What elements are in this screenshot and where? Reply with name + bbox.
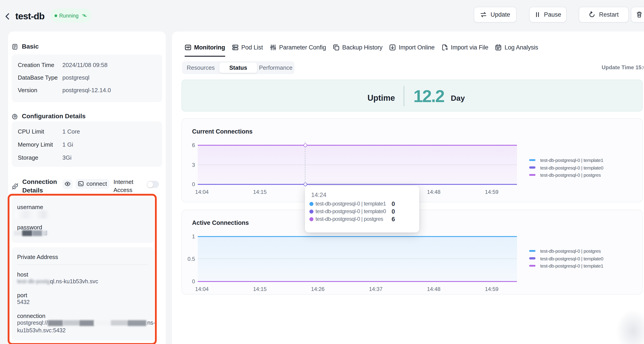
x-axis-label: 14:48: [427, 286, 440, 292]
tab-label: Import via File: [451, 44, 488, 51]
tooltip-row: test-db-postgresql-0 | template1 0: [309, 200, 413, 207]
uptime-divider: [404, 86, 404, 106]
log-analysis-icon: [495, 44, 502, 51]
kv-row: DataBase Type postgresql: [18, 74, 158, 81]
restart-label: Restart: [599, 11, 618, 18]
hover-dashed-line: [305, 142, 305, 184]
chart-title: Active Connections: [192, 219, 249, 226]
legend-swatch-icon: [529, 159, 535, 161]
document-icon: [12, 43, 18, 50]
back-button[interactable]: [3, 12, 12, 21]
x-axis-label: 14:37: [369, 286, 382, 292]
kv-label: DataBase Type: [18, 74, 62, 81]
kv-value: postgresql: [62, 74, 90, 81]
plug-icon: [12, 183, 18, 189]
connection-value-line1: postgresql:// ns-: [17, 320, 155, 326]
update-button[interactable]: Update: [474, 7, 516, 22]
kv-label: Storage: [18, 154, 62, 161]
status-badge[interactable]: Running: [50, 8, 92, 22]
pause-icon: [534, 12, 540, 17]
tab-pod-list[interactable]: Pod List: [232, 44, 263, 57]
delete-button[interactable]: Delete: [631, 7, 644, 22]
tooltip-series-name: test-db-postgresql-0 | template1: [316, 200, 386, 207]
toggle-knob: [147, 181, 153, 187]
connect-label: connect: [86, 180, 107, 187]
x-axis-label: 14:15: [253, 286, 266, 292]
tooltip-series-name: test-db-postgresql-0 | postgres: [316, 216, 383, 222]
kv-label: Creation Time: [18, 62, 62, 68]
uptime-label: Uptime: [368, 94, 395, 103]
legend-swatch-icon: [529, 257, 535, 259]
gear-icon: [12, 113, 18, 119]
legend-label: test-db-postgresql-0 | template0: [540, 165, 603, 170]
hover-marker-icon: [304, 144, 307, 147]
kv-value: 1 Core: [62, 128, 80, 135]
import-file-icon: [441, 44, 448, 51]
x-axis-label: 14:59: [485, 189, 498, 195]
x-axis-label: 14:26: [311, 286, 324, 292]
credentials-panel: username password d: [12, 196, 154, 243]
subtab-performance[interactable]: Performance: [257, 61, 294, 74]
status-label: Running: [59, 13, 80, 18]
basic-panel: Creation Time 2024/11/08 09:58 DataBase …: [12, 54, 162, 102]
username-label: username: [17, 204, 43, 210]
tab-log-analysis[interactable]: Log Analysis: [495, 44, 538, 57]
tooltip-series-value: 0: [392, 208, 395, 215]
kv-row: Storage 3Gi: [18, 154, 158, 161]
tab-label: Parameter Config: [279, 44, 326, 51]
section-basic: Basic: [12, 42, 39, 51]
update-time: Update Time 15:05: [602, 64, 644, 71]
section-config-title: Configuration Details: [22, 112, 86, 121]
pod-switch-icon: [82, 13, 87, 18]
tab-backup-history[interactable]: Backup History: [333, 44, 382, 57]
restart-icon: [588, 11, 595, 18]
tab-import-via-file[interactable]: Import via File: [441, 44, 488, 57]
tab-import-online[interactable]: Import Online: [389, 44, 434, 57]
kv-row: Creation Time 2024/11/08 09:58: [18, 62, 158, 68]
backup-icon: [333, 44, 340, 51]
connection-value-line2: ku1b53vh.svc:5432: [17, 327, 66, 334]
section-basic-title: Basic: [22, 42, 39, 51]
connect-button[interactable]: connect: [76, 179, 110, 189]
tab-bar: Monitoring Pod List Paramet: [185, 44, 538, 57]
kv-label: CPU Limit: [18, 128, 62, 135]
uptime-unit: Day: [451, 94, 465, 103]
restart-button[interactable]: Restart: [579, 7, 629, 22]
port-value: 5432: [17, 299, 30, 305]
subtab-resources[interactable]: Resources: [182, 61, 220, 74]
sliders-icon: [270, 44, 276, 51]
x-axis-label: 14:04: [195, 286, 209, 292]
private-address-title: Private Address: [17, 253, 58, 260]
import-online-icon: [389, 44, 396, 51]
overview-card: Basic Creation Time 2024/11/08 09:58 Dat…: [8, 31, 166, 344]
kv-row: CPU Limit 1 Core: [18, 128, 158, 135]
series-dot-icon: [309, 202, 313, 206]
tab-label: Monitoring: [194, 44, 225, 51]
internet-access-toggle[interactable]: [146, 181, 159, 188]
show-secret-button[interactable]: [62, 179, 72, 189]
trash-icon: [636, 11, 643, 18]
x-axis-label: 14:04: [195, 189, 209, 195]
tab-parameter-config[interactable]: Parameter Config: [270, 44, 326, 57]
tab-monitoring[interactable]: Monitoring: [185, 44, 225, 57]
y-axis-label: 3: [182, 162, 195, 168]
pause-button[interactable]: Pause: [529, 7, 566, 22]
private-address-panel: Private Address host test-db-postgql.ns-…: [12, 247, 154, 341]
legend-swatch-icon: [529, 167, 535, 169]
eye-icon: [64, 181, 71, 187]
kv-row: Memory Limit 1 Gi: [18, 141, 158, 148]
status-dot-icon: [54, 14, 57, 17]
password-label: password: [17, 224, 42, 231]
hover-marker-icon: [304, 183, 307, 186]
subtab-status[interactable]: Status: [220, 62, 257, 73]
legend-label: test-db-postgresql-0 | template1: [540, 263, 603, 268]
series-line: [198, 184, 517, 185]
chart-tooltip: 14:24 test-db-postgresql-0 | template1 0…: [305, 186, 419, 232]
tab-label: Pod List: [241, 44, 263, 51]
y-axis-label: 0: [182, 181, 195, 188]
page-title: test-db: [15, 11, 44, 21]
terminal-icon: [78, 181, 84, 187]
config-panel: CPU Limit 1 Core Memory Limit 1 Gi Stora…: [12, 121, 162, 167]
y-axis-label: 0.5: [182, 256, 195, 262]
legend-label: test-db-postgresql-0 | postgres: [540, 172, 601, 178]
